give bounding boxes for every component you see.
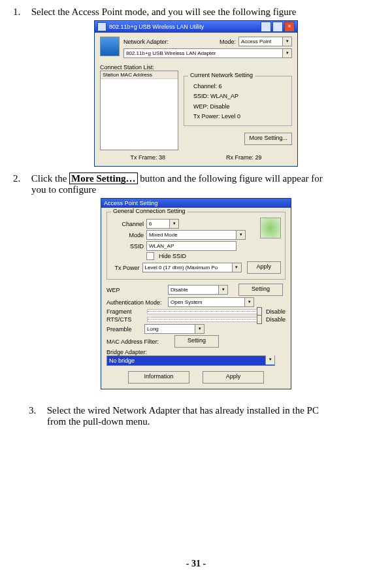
chevron-down-icon[interactable]: ▾: [195, 324, 204, 334]
rx-frame: Rx Frame: 29: [226, 154, 262, 161]
ssid-label: SSID: [111, 243, 144, 250]
auth-value: Open System: [168, 297, 245, 307]
step2-text-b: button and the following figure will app…: [138, 173, 323, 184]
macfilter-label: MAC Address Filter:: [106, 338, 172, 345]
step2-text-c: you to configure: [31, 184, 379, 195]
auth-select[interactable]: Open System ▾: [168, 297, 254, 307]
adapter-value: 802.11b+g USB Wireless LAN Adapter: [123, 48, 283, 58]
step1-text: Select the Access Point mode, and you wi…: [31, 7, 297, 17]
hide-ssid-checkbox[interactable]: [146, 252, 154, 260]
channel-value: Channel: 6: [193, 82, 287, 91]
mode-select[interactable]: Mixed Mode ▾: [146, 230, 246, 240]
channel-label: Channel: [111, 221, 144, 227]
rts-slider[interactable]: [147, 317, 261, 322]
bridge-value: No bridge: [109, 356, 135, 365]
txpower-select[interactable]: Level 0 (17 dbm) (Maximum Po ▾: [142, 263, 242, 272]
rts-label: RTS/CTS: [106, 316, 142, 323]
adapter-icon: [100, 37, 120, 56]
ap-icon: [260, 218, 281, 238]
close-button[interactable]: ×: [284, 22, 295, 32]
txpower-value: Level 0 (17 dbm) (Maximum Po: [142, 263, 233, 272]
step3-number: 3.: [29, 405, 44, 416]
step2-text-a: Click the: [31, 173, 69, 184]
mode-value: Access Point: [238, 37, 283, 46]
macfilter-setting-button[interactable]: Setting: [174, 335, 219, 348]
tx-frame: Tx Frame: 38: [130, 154, 165, 161]
adapter-select[interactable]: 802.11b+g USB Wireless LAN Adapter ▾: [123, 48, 292, 58]
window-title[interactable]: Access Point Setting: [101, 199, 291, 208]
wep-select[interactable]: Disable ▾: [168, 285, 228, 295]
chevron-down-icon[interactable]: ▾: [233, 263, 242, 272]
mode-select[interactable]: Access Point ▾: [238, 37, 292, 46]
station-list-header: Station MAC Address: [101, 71, 178, 79]
group-label: Current Network Setting: [188, 72, 255, 78]
more-setting-ref: More Setting…: [69, 172, 137, 184]
apply-button[interactable]: Apply: [203, 371, 264, 384]
wep-value: WEP: Disable: [193, 102, 287, 112]
page-number: - 31 -: [0, 559, 392, 569]
hide-ssid-label: Hide SSID: [159, 253, 186, 259]
step-1: 1. Select the Access Point mode, and you…: [13, 7, 379, 18]
chevron-down-icon[interactable]: ▾: [245, 297, 254, 307]
apply-button[interactable]: Apply: [247, 261, 281, 274]
window-titlebar[interactable]: 802.11b+g USB Wireless LAN Utility _ □ ×: [95, 21, 297, 33]
step-3: 3. Select the wired Network Adapter that…: [29, 405, 379, 427]
step1-number: 1.: [13, 7, 29, 18]
fragment-slider[interactable]: [147, 309, 261, 314]
mode-label: Mode: [111, 232, 144, 238]
mode-value: Mixed Mode: [146, 230, 237, 240]
chevron-down-icon[interactable]: ▾: [283, 37, 292, 46]
app-icon: [97, 22, 106, 31]
step2-number: 2.: [13, 173, 29, 184]
more-setting-button[interactable]: More Setting...: [244, 133, 292, 145]
ap-setting-window: Access Point Setting General Connection …: [101, 198, 291, 389]
preamble-select[interactable]: Long ▾: [144, 324, 204, 334]
general-connection-group: General Connection Setting Channel 6 ▾ M…: [106, 212, 286, 280]
wep-setting-button[interactable]: Setting: [238, 284, 283, 296]
maximize-button[interactable]: □: [272, 22, 283, 32]
txpower-value: Tx Power: Level 0: [193, 112, 287, 122]
minimize-button[interactable]: _: [261, 22, 271, 32]
connect-list-label: Connect Station List:: [100, 64, 292, 71]
channel-select[interactable]: 6 ▾: [146, 219, 179, 229]
step-2: 2. Click the More Setting… button and th…: [13, 173, 379, 195]
channel-value: 6: [146, 219, 170, 229]
preamble-value: Long: [144, 324, 195, 334]
chevron-down-icon[interactable]: ▾: [219, 285, 228, 295]
window-title: 802.11b+g USB Wireless LAN Utility: [109, 24, 204, 30]
rts-state: Disable: [266, 316, 286, 323]
mode-label: Mode:: [220, 39, 236, 45]
fragment-label: Fragment: [106, 308, 142, 315]
txpower-label: Tx Power: [111, 265, 140, 271]
ssid-input[interactable]: WLAN_AP: [146, 241, 237, 251]
chevron-down-icon[interactable]: ▾: [237, 230, 246, 240]
auth-label: Authentication Mode:: [106, 299, 165, 306]
chevron-down-icon[interactable]: ▾: [283, 48, 292, 58]
preamble-label: Preamble: [106, 326, 142, 333]
station-list[interactable]: Station MAC Address: [100, 71, 178, 150]
bridge-select[interactable]: No bridge ▾: [106, 355, 275, 366]
bridge-label: Bridge Adapter:: [106, 349, 286, 355]
chevron-down-icon[interactable]: ▾: [170, 219, 179, 229]
current-network-group: Current Network Setting Channel: 6 SSID:…: [184, 76, 292, 126]
adapter-label: Network Adapter:: [123, 39, 169, 45]
wlan-utility-window: 802.11b+g USB Wireless LAN Utility _ □ ×…: [94, 20, 298, 167]
information-button[interactable]: Information: [128, 371, 189, 384]
step3-text-b: from the pull-down menu.: [47, 416, 379, 427]
step3-text-a: Select the wired Network Adapter that ha…: [47, 405, 319, 416]
wep-label: WEP: [106, 287, 165, 293]
fragment-state: Disable: [266, 308, 286, 315]
ssid-value: SSID: WLAN_AP: [193, 91, 287, 101]
chevron-down-icon[interactable]: ▾: [265, 355, 274, 365]
wep-value: Disable: [168, 285, 219, 295]
group-label: General Connection Setting: [111, 208, 188, 214]
